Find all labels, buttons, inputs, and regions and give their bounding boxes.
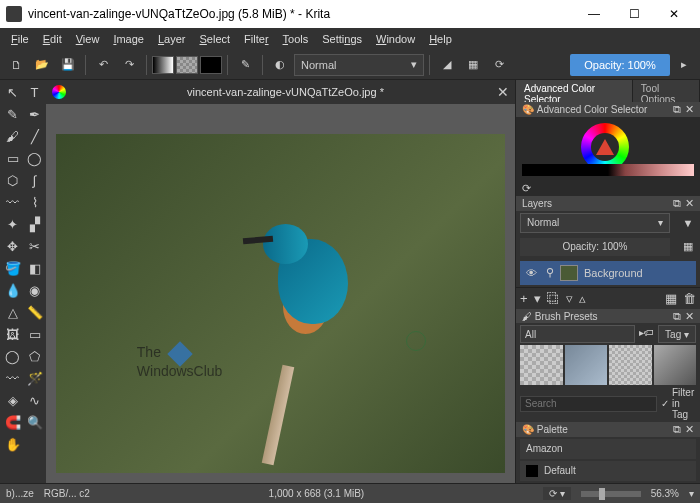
zoom-dropdown-icon[interactable]: ▾ <box>689 488 694 499</box>
alpha-lock-icon[interactable]: ▦ <box>461 53 485 77</box>
tag-arrow-icon[interactable]: ▸🏷 <box>637 325 656 343</box>
ref-tool-icon[interactable]: 🖼 <box>2 324 23 345</box>
menu-file[interactable]: File <box>4 31 36 47</box>
palette-item-default[interactable]: Default <box>520 461 696 481</box>
shape-edit-tool-icon[interactable]: ✎ <box>2 104 23 125</box>
eraser-icon[interactable]: ◢ <box>435 53 459 77</box>
ellipse-select-icon[interactable]: ◯ <box>2 346 23 367</box>
rect-tool-icon[interactable]: ▭ <box>2 148 23 169</box>
menu-edit[interactable]: Edit <box>36 31 69 47</box>
zoom-slider[interactable] <box>581 491 641 497</box>
color-triangle[interactable] <box>596 139 614 155</box>
brush-preset-4[interactable] <box>654 345 697 385</box>
float-palette-icon[interactable]: ⧉ <box>673 423 681 436</box>
layer-row[interactable]: 👁 ⚲ Background <box>520 261 696 285</box>
menu-layer[interactable]: Layer <box>151 31 193 47</box>
ellipse-tool-icon[interactable]: ◯ <box>24 148 45 169</box>
visibility-icon[interactable]: 👁 <box>526 267 540 279</box>
color-wheel-icon[interactable] <box>52 85 66 99</box>
close-button[interactable]: ✕ <box>654 0 694 28</box>
brush-search-input[interactable] <box>520 396 657 412</box>
brush-preset-3[interactable] <box>609 345 652 385</box>
opacity-button[interactable]: Opacity: 100% <box>570 54 670 76</box>
freehand-select-icon[interactable]: 〰 <box>2 368 23 389</box>
brush-tool-icon[interactable]: 🖌 <box>2 126 23 147</box>
layer-settings-icon[interactable]: ▦ <box>665 291 677 306</box>
line-tool-icon[interactable]: ╱ <box>24 126 45 147</box>
assist-tool-icon[interactable]: △ <box>2 302 23 323</box>
gradient-tool-icon[interactable]: ◧ <box>24 258 45 279</box>
tab-tool-options[interactable]: Tool Options <box>633 80 700 102</box>
close-layers-icon[interactable]: ✕ <box>685 197 694 210</box>
menu-tools[interactable]: Tools <box>276 31 316 47</box>
smart-patch-icon[interactable]: ◉ <box>24 280 45 301</box>
delete-layer-icon[interactable]: 🗑 <box>683 291 696 306</box>
poly-select-icon[interactable]: ⬠ <box>24 346 45 367</box>
new-file-icon[interactable]: 🗋 <box>4 53 28 77</box>
filter-layers-icon[interactable]: ▼ <box>676 211 700 235</box>
color-history-bar[interactable] <box>522 164 694 176</box>
dynamic-brush-icon[interactable]: ⌇ <box>24 192 45 213</box>
bezier-tool-icon[interactable]: ∫ <box>24 170 45 191</box>
menu-window[interactable]: Window <box>369 31 422 47</box>
brush-preset-icon[interactable]: ◐ <box>268 53 292 77</box>
filter-in-tag-check[interactable]: ✓ Filter in Tag <box>661 387 696 420</box>
bezier-select-icon[interactable]: ∿ <box>24 390 45 411</box>
link-icon[interactable]: ⚲ <box>546 266 554 279</box>
float-docker-icon[interactable]: ⧉ <box>673 103 681 116</box>
close-brush-icon[interactable]: ✕ <box>685 310 694 323</box>
menu-select[interactable]: Select <box>193 31 238 47</box>
reload-icon[interactable]: ⟳ <box>487 53 511 77</box>
move-up-icon[interactable]: ▵ <box>579 291 586 306</box>
transform-tool-icon[interactable]: ▞ <box>24 214 45 235</box>
chevron-right-icon[interactable]: ▸ <box>672 53 696 77</box>
gradient-swatch[interactable] <box>152 56 174 74</box>
document-tab[interactable]: vincent-van-zalinge-vUNQaTtZeOo.jpg * <box>74 86 497 98</box>
rect-select-icon[interactable]: ▭ <box>24 324 45 345</box>
close-docker-icon[interactable]: ✕ <box>685 103 694 116</box>
duplicate-layer-icon[interactable]: ⿻ <box>547 291 560 306</box>
menu-help[interactable]: Help <box>422 31 459 47</box>
move-down-icon[interactable]: ▿ <box>566 291 573 306</box>
blend-mode-select[interactable]: Normal ▾ <box>294 54 424 76</box>
fill-tool-icon[interactable]: 🪣 <box>2 258 23 279</box>
float-brush-icon[interactable]: ⧉ <box>673 310 681 323</box>
menu-filter[interactable]: Filter <box>237 31 275 47</box>
magnetic-select-icon[interactable]: 🧲 <box>2 412 23 433</box>
fg-bg-swatch[interactable] <box>200 56 222 74</box>
brush-edit-icon[interactable]: ✎ <box>233 53 257 77</box>
add-layer-icon[interactable]: + <box>520 291 528 306</box>
pattern-swatch[interactable] <box>176 56 198 74</box>
palette-item-amazon[interactable]: Amazon <box>520 439 696 459</box>
menu-view[interactable]: View <box>69 31 107 47</box>
undo-icon[interactable]: ↶ <box>91 53 115 77</box>
brush-preset-2[interactable] <box>565 345 608 385</box>
crop-tool-icon[interactable]: ✂ <box>24 236 45 257</box>
maximize-button[interactable]: ☐ <box>614 0 654 28</box>
calligraphy-tool-icon[interactable]: ✒ <box>24 104 45 125</box>
brush-filter-select[interactable]: All <box>520 325 635 343</box>
tag-button[interactable]: Tag ▾ <box>658 325 696 343</box>
brush-preset-1[interactable] <box>520 345 563 385</box>
multibrush-tool-icon[interactable]: ✦ <box>2 214 23 235</box>
layer-opacity-slider[interactable]: Opacity: 100% <box>520 238 670 256</box>
open-file-icon[interactable]: 📂 <box>30 53 54 77</box>
measure-tool-icon[interactable]: 📏 <box>24 302 45 323</box>
picker-tool-icon[interactable]: 💧 <box>2 280 23 301</box>
menu-image[interactable]: Image <box>106 31 151 47</box>
layer-blend-select[interactable]: Normal ▾ <box>520 213 670 233</box>
polyline-tool-icon[interactable]: ⬡ <box>2 170 23 191</box>
move-tool-icon[interactable]: ↖ <box>2 82 23 103</box>
menu-settings[interactable]: Settings <box>315 31 369 47</box>
similar-select-icon[interactable]: ◈ <box>2 390 23 411</box>
rotation-select[interactable]: ⟳ ▾ <box>543 487 571 500</box>
color-selector[interactable] <box>516 117 700 182</box>
pan-tool-icon[interactable]: ✋ <box>2 434 23 455</box>
redo-icon[interactable]: ↷ <box>117 53 141 77</box>
layer-options-icon[interactable]: ▦ <box>676 235 700 259</box>
float-layers-icon[interactable]: ⧉ <box>673 197 681 210</box>
close-palette-icon[interactable]: ✕ <box>685 423 694 436</box>
refresh-icon[interactable]: ⟳ <box>522 182 531 195</box>
freehand-tool-icon[interactable]: 〰 <box>2 192 23 213</box>
tab-color-selector[interactable]: Advanced Color Selector <box>516 80 633 102</box>
